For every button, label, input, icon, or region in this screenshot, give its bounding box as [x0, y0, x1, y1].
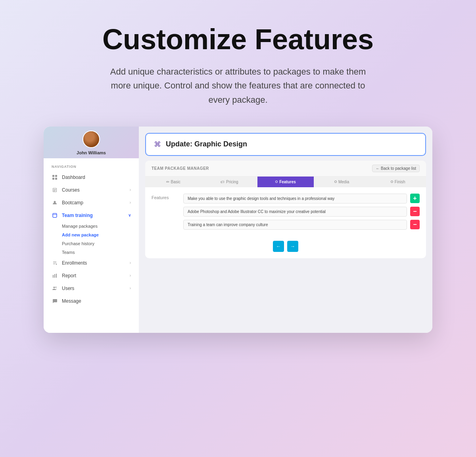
chevron-right-icon: › — [130, 273, 131, 278]
tab-media[interactable]: Media — [314, 177, 370, 187]
sidebar-item-label: Dashboard — [62, 175, 85, 180]
feature-text: Adobe Photoshop and Adobe Illustrator CC… — [183, 207, 407, 217]
header-bar: ⌘ Update: Graphic Design — [145, 133, 426, 156]
chevron-right-icon: › — [130, 200, 131, 205]
prev-button[interactable]: ← — [273, 241, 284, 252]
main-content: ⌘ Update: Graphic Design TEAM PACKAGE MA… — [139, 127, 432, 333]
command-icon: ⌘ — [154, 140, 161, 149]
sidebar-item-label: Message — [62, 298, 81, 304]
subnav-purchase-history[interactable]: Purchase history — [62, 239, 139, 248]
feature-row: Make you able to use the graphic design … — [183, 194, 420, 204]
tab-label: Basic — [171, 180, 180, 184]
page-title: Customize Features — [102, 24, 374, 55]
features-area: Features Make you able to use the graphi… — [145, 187, 426, 236]
sidebar-item-courses[interactable]: Courses › — [44, 184, 139, 196]
feature-row: Training a team can improve company cult… — [183, 220, 420, 230]
features-list: Make you able to use the graphic design … — [183, 194, 420, 230]
svg-point-11 — [56, 286, 57, 288]
tabs-row: ✏ Basic 🏷 Pricing Features Media F — [145, 177, 426, 187]
feature-text: Make you able to use the graphic design … — [183, 194, 407, 204]
features-label: Features — [152, 194, 175, 230]
circle-icon — [391, 180, 393, 183]
training-icon — [52, 212, 58, 219]
courses-icon — [52, 187, 58, 193]
next-button[interactable]: → — [287, 241, 298, 252]
svg-point-10 — [54, 286, 55, 288]
tab-label: Pricing — [226, 180, 238, 184]
remove-feature-button[interactable]: − — [410, 207, 420, 216]
subnav-teams[interactable]: Teams — [62, 248, 139, 257]
svg-rect-2 — [52, 178, 54, 180]
svg-rect-9 — [56, 274, 57, 278]
remove-feature-button[interactable]: − — [410, 220, 420, 229]
report-icon — [52, 273, 58, 279]
enrollments-icon — [52, 260, 58, 266]
circle-icon — [334, 180, 337, 183]
bootcamp-icon — [52, 200, 58, 206]
back-to-package-list-button[interactable]: ← Back to package list — [372, 165, 420, 172]
header-title: Update: Graphic Design — [166, 140, 247, 148]
sidebar-item-label: Team training — [62, 213, 93, 218]
chevron-down-icon: ∨ — [128, 213, 131, 217]
subnav-manage-packages[interactable]: Manage packages — [62, 222, 139, 230]
subnav-add-new-package[interactable]: Add new package — [62, 230, 139, 239]
sidebar-item-report[interactable]: Report › — [44, 269, 139, 282]
svg-rect-1 — [55, 175, 57, 177]
svg-rect-8 — [54, 274, 55, 278]
sidebar-item-label: Users — [62, 286, 74, 291]
sidebar-item-message[interactable]: Message — [44, 295, 139, 307]
pencil-icon: ✏ — [166, 180, 169, 184]
svg-rect-0 — [52, 175, 54, 177]
sidebar-header: John Williams — [44, 127, 139, 158]
user-name: John Williams — [77, 150, 106, 155]
sidebar-item-enrollments[interactable]: Enrollments › — [44, 257, 139, 269]
svg-rect-7 — [53, 275, 54, 278]
sidebar-item-label: Courses — [62, 187, 80, 193]
app-window: John Williams NAVIGATION Dashboard Cours… — [44, 127, 432, 333]
grid-icon — [52, 174, 58, 180]
tab-finish[interactable]: Finish — [370, 177, 426, 187]
svg-point-4 — [54, 201, 56, 203]
team-training-subnav: Manage packages Add new package Purchase… — [44, 222, 139, 257]
tab-label: Features — [279, 180, 296, 184]
sidebar-item-bootcamp[interactable]: Bootcamp › — [44, 196, 139, 209]
feature-text: Training a team can improve company cult… — [183, 220, 407, 230]
nav-buttons: ← → — [145, 236, 426, 258]
message-icon — [52, 298, 58, 304]
sidebar-item-label: Bootcamp — [62, 200, 83, 205]
panel-label: TEAM PACKAGE MANAGER — [152, 166, 209, 171]
sidebar-item-label: Report — [62, 273, 76, 278]
svg-rect-3 — [55, 178, 57, 180]
page-subtitle: Add unique characteristics or attributes… — [103, 65, 373, 107]
circle-icon — [275, 180, 278, 183]
avatar — [83, 131, 100, 148]
panel-top-bar: TEAM PACKAGE MANAGER ← Back to package l… — [145, 161, 426, 177]
sidebar-item-users[interactable]: Users › — [44, 282, 139, 295]
nav-section-label: NAVIGATION — [44, 158, 139, 171]
sidebar-item-team-training[interactable]: Team training ∨ — [44, 209, 139, 222]
avatar-image — [83, 131, 99, 147]
tab-features[interactable]: Features — [257, 177, 314, 187]
tag-icon: 🏷 — [221, 180, 225, 184]
sidebar: John Williams NAVIGATION Dashboard Cours… — [44, 127, 139, 333]
chevron-right-icon: › — [130, 286, 131, 290]
tab-label: Media — [338, 180, 349, 184]
package-panel: TEAM PACKAGE MANAGER ← Back to package l… — [145, 161, 426, 258]
tab-label: Finish — [395, 180, 405, 184]
add-feature-button[interactable]: + — [410, 194, 420, 203]
chevron-right-icon: › — [130, 188, 131, 192]
feature-row: Adobe Photoshop and Adobe Illustrator CC… — [183, 207, 420, 217]
sidebar-item-label: Enrollments — [62, 260, 87, 266]
tab-pricing[interactable]: 🏷 Pricing — [202, 177, 258, 187]
sidebar-item-dashboard[interactable]: Dashboard — [44, 171, 139, 184]
chevron-right-icon: › — [130, 261, 131, 265]
svg-rect-5 — [53, 213, 57, 217]
users-icon — [52, 285, 58, 292]
tab-basic[interactable]: ✏ Basic — [145, 177, 202, 187]
